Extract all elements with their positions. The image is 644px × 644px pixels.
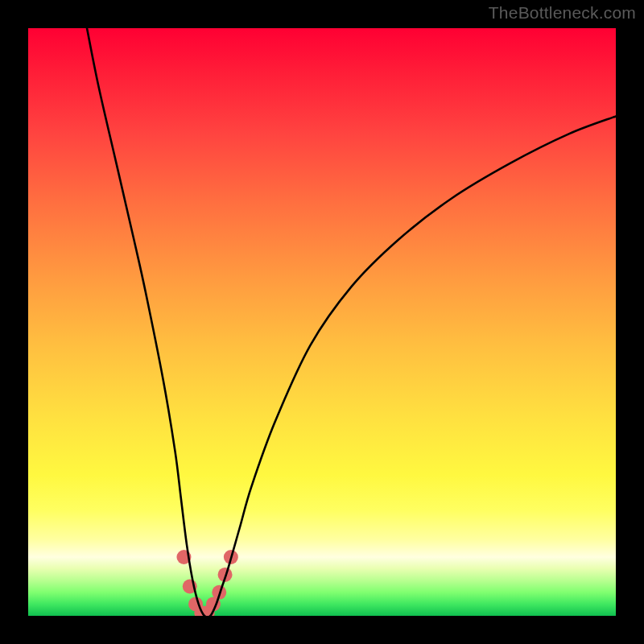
plot-area [28, 28, 616, 616]
chart-frame: TheBottleneck.com [0, 0, 644, 644]
curve-svg [28, 28, 616, 616]
bottleneck-curve [87, 28, 616, 616]
watermark-label: TheBottleneck.com [489, 3, 636, 23]
highlight-markers [176, 550, 237, 616]
